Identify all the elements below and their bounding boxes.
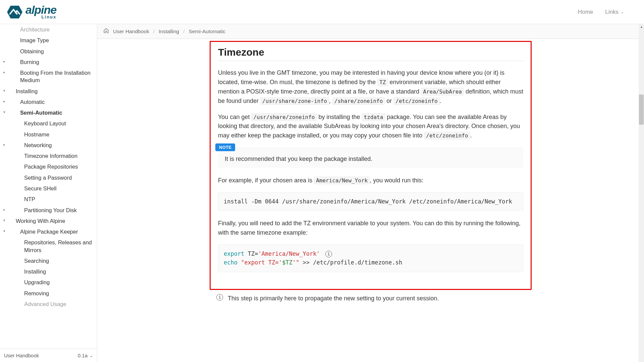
chevron-down-icon: ⌄ [621,10,624,14]
sidebar-item-label[interactable]: Installing [7,266,49,277]
paragraph: For example, if your chosen area is Amer… [218,176,523,185]
version-selector[interactable]: 0.1a ⌄ [78,353,93,358]
sidebar-item[interactable]: ▸NTP [0,194,95,204]
sidebar-item-label[interactable]: Obtaining [7,46,47,57]
nav-links[interactable]: Links ⌄ [605,9,624,15]
breadcrumb-item[interactable]: Installing [159,28,179,35]
sidebar-item[interactable]: ▸Secure SHell [0,183,95,194]
sidebar-item[interactable]: ▸Timezone Information [0,150,95,161]
inline-code: /etc/zoneinfo [393,97,439,105]
breadcrumb: User Handbook / Installing / Semi-Automa… [97,24,644,39]
note-body: It is recommended that you keep the pack… [225,155,517,164]
sidebar-item[interactable]: ▾Alpine Package Keeper [0,226,95,237]
caret-down-icon[interactable]: ▾ [3,229,7,233]
sidebar-item[interactable]: ▾Semi-Automatic [0,107,95,118]
caret-right-icon[interactable]: ▸ [3,208,7,212]
sidebar-item-label[interactable]: Removing [7,288,52,299]
sidebar-item[interactable]: ▸Keyboard Layout [0,118,95,129]
sidebar-item-label[interactable]: Package Repositories [7,161,81,172]
sidebar-item[interactable]: ▸Package Repositories [0,161,95,172]
breadcrumb-item[interactable]: User Handbook [113,28,149,35]
sidebar-item[interactable]: ▾Installing [0,86,95,97]
sidebar-item-label[interactable]: Keyboard Layout [7,118,69,129]
section-title: Timezone [218,47,523,61]
sidebar-item-label[interactable]: Networking [7,140,55,150]
code-block: install -Dm 0644 /usr/share/zoneinfo/Ame… [218,192,523,211]
sidebar-item-label[interactable]: Alpine Package Keeper [7,226,80,237]
top-bar: alpine Linux Home Links ⌄ [0,0,644,24]
sidebar-item-label[interactable]: Installing [7,86,40,97]
article: Timezone Unless you live in the GMT time… [206,39,535,362]
breadcrumb-item[interactable]: Semi-Automatic [189,28,225,35]
sidebar-item[interactable]: ▸Automatic [0,97,95,107]
sidebar-item[interactable]: ▸Upgrading [0,277,95,288]
content-column: User Handbook / Installing / Semi-Automa… [97,24,644,362]
logo[interactable]: alpine Linux [7,5,56,19]
paragraph: Finally, you will need to add the TZ env… [218,219,523,238]
sidebar-item[interactable]: ▸Image Type [0,35,95,46]
book-name: User Handbook [4,353,39,358]
sidebar-item[interactable]: ▸Searching [0,255,95,266]
sidebar-item[interactable]: ▸Hostname [0,129,95,140]
caret-down-icon[interactable]: ▾ [3,89,7,93]
callout-list: 1 This step is primarily here to propaga… [210,294,532,303]
sidebar-nav[interactable]: ▸Architecture▸Image Type▸Obtaining▸Burni… [0,24,97,349]
sidebar-item[interactable]: ▸Obtaining [0,46,95,57]
sidebar-item[interactable]: ▸Partitioning Your Disk [0,205,95,216]
scrollbar-thumb[interactable] [639,95,644,125]
sidebar-item-label[interactable]: NTP [7,194,38,204]
chevron-down-icon: ⌄ [90,353,93,358]
sidebar-item-label[interactable]: Hostname [7,129,52,140]
version-value: 0.1a [78,353,88,358]
sidebar-item-label[interactable]: Architecture [7,24,52,35]
version-bar: User Handbook 0.1a ⌄ [0,349,97,362]
paragraph: You can get /usr/share/zoneinfo by insta… [218,113,523,141]
caret-right-icon[interactable]: ▸ [3,143,7,146]
sidebar-item-label[interactable]: Semi-Automatic [7,107,65,118]
sidebar-item-label[interactable]: Secure SHell [7,183,59,194]
sidebar-item-label[interactable]: Partitioning Your Disk [7,205,79,216]
logo-text: alpine Linux [25,5,56,19]
sidebar-item-label[interactable]: Timezone Information [7,150,80,161]
sidebar-item[interactable]: ▸Burning [0,57,95,67]
breadcrumb-sep: / [183,28,184,35]
sidebar-item[interactable]: ▸Repositories, Releases and Mirrors [0,237,95,255]
sidebar-item-label[interactable]: Repositories, Releases and Mirrors [7,237,95,255]
sidebar-item[interactable]: ▸Advanced Usage [0,299,95,309]
sidebar-item-label[interactable]: Image Type [7,35,52,46]
home-icon[interactable] [103,28,109,35]
sidebar-item[interactable]: ▾Working With Alpine [0,216,95,226]
code-block: export TZ='America/New_York' 1 echo "exp… [218,244,523,272]
sidebar-item-label[interactable]: Working With Alpine [7,216,68,226]
nav-home[interactable]: Home [578,9,593,15]
sidebar-item-label[interactable]: Burning [7,57,42,67]
sidebar-item[interactable]: ▸Installing [0,266,95,277]
inline-code: /share/zoneinfo [332,97,385,105]
sidebar-item[interactable]: ▸Networking [0,140,95,150]
inline-code: Area/SubArea [421,88,464,96]
conum-icon: 1 [216,294,223,301]
sidebar-item-label[interactable]: Upgrading [7,277,52,288]
browser-scrollbar[interactable]: ▴ [639,24,644,362]
caret-right-icon[interactable]: ▸ [3,70,7,74]
scroll-up-icon[interactable]: ▴ [639,24,644,29]
caret-down-icon[interactable]: ▾ [3,219,7,222]
sidebar-item-label[interactable]: Setting a Password [7,172,74,183]
sidebar-item[interactable]: ▸Booting From the Installation Medium [0,67,95,86]
inline-code: /usr/share/zoneinfo [251,113,317,121]
note-admonition: NOTE It is recommended that you keep the… [218,147,523,168]
conum-icon: 1 [325,251,332,257]
sidebar-item-label[interactable]: Automatic [7,97,47,107]
sidebar-item[interactable]: ▸Architecture [0,24,95,35]
sidebar-item-label[interactable]: Searching [7,255,52,266]
article-scroll[interactable]: Timezone Unless you live in the GMT time… [97,39,644,362]
sidebar-item-label[interactable]: Advanced Usage [7,299,69,309]
paragraph: Unless you live in the GMT timezone, you… [218,68,523,106]
sidebar-item[interactable]: ▸Setting a Password [0,172,95,183]
caret-right-icon[interactable]: ▸ [3,60,7,63]
sidebar: ▸Architecture▸Image Type▸Obtaining▸Burni… [0,24,97,362]
sidebar-item-label[interactable]: Booting From the Installation Medium [7,67,95,86]
caret-down-icon[interactable]: ▾ [3,110,7,114]
sidebar-item[interactable]: ▸Removing [0,288,95,299]
caret-right-icon[interactable]: ▸ [3,100,7,103]
